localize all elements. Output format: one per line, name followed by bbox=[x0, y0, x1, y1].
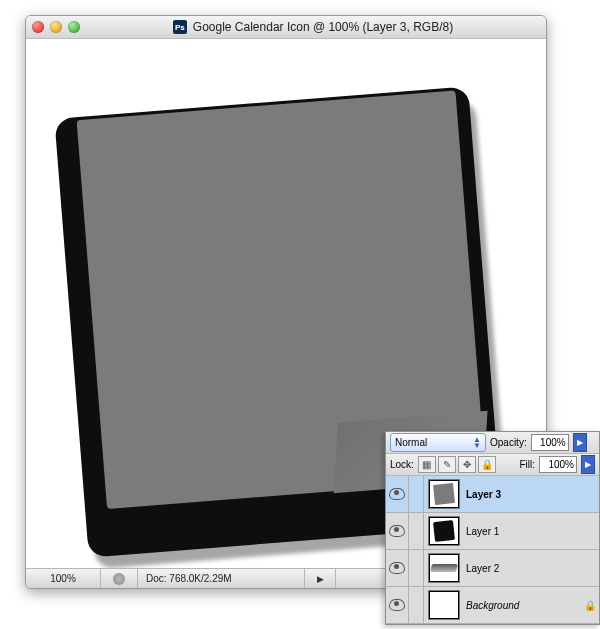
window-title: Google Calendar Icon @ 100% (Layer 3, RG… bbox=[193, 20, 453, 34]
opacity-field[interactable]: 100% bbox=[531, 434, 569, 451]
fill-label: Fill: bbox=[519, 459, 535, 470]
pixels-lock-icon[interactable]: ✎ bbox=[438, 456, 456, 473]
fill-slider-arrow[interactable]: ▶ bbox=[581, 455, 595, 474]
visibility-toggle[interactable] bbox=[386, 550, 409, 586]
layer-list: Layer 3 Layer 1 Layer 2 Background 🔒 bbox=[386, 476, 599, 624]
zoom-icon[interactable] bbox=[68, 21, 80, 33]
arrow-right-icon: ▶ bbox=[313, 572, 327, 586]
titlebar[interactable]: Ps Google Calendar Icon @ 100% (Layer 3,… bbox=[26, 16, 546, 39]
all-lock-icon[interactable]: 🔒 bbox=[478, 456, 496, 473]
minimize-icon[interactable] bbox=[50, 21, 62, 33]
layer-thumbnail[interactable] bbox=[428, 590, 460, 620]
blend-mode-select[interactable]: Normal ▲▼ bbox=[390, 433, 486, 452]
layer-name[interactable]: Layer 3 bbox=[464, 489, 581, 500]
opacity-label: Opacity: bbox=[490, 437, 527, 448]
globe-icon bbox=[113, 573, 125, 585]
eye-icon bbox=[389, 562, 405, 574]
link-col[interactable] bbox=[409, 550, 424, 586]
layer-name[interactable]: Background bbox=[464, 600, 581, 611]
layer-row[interactable]: Background 🔒 bbox=[386, 587, 599, 624]
visibility-toggle[interactable] bbox=[386, 476, 409, 512]
visibility-toggle[interactable] bbox=[386, 587, 409, 623]
layer-row[interactable]: Layer 1 bbox=[386, 513, 599, 550]
app-badge-icon: Ps bbox=[173, 20, 187, 34]
layers-panel: Normal ▲▼ Opacity: 100% ▶ Lock: ▦ ✎ ✥ 🔒 … bbox=[385, 431, 600, 625]
layer-thumbnail[interactable] bbox=[428, 479, 460, 509]
window-title-wrap: Ps Google Calendar Icon @ 100% (Layer 3,… bbox=[86, 20, 540, 34]
eye-icon bbox=[389, 525, 405, 537]
layer-thumbnail[interactable] bbox=[428, 553, 460, 583]
position-lock-icon[interactable]: ✥ bbox=[458, 456, 476, 473]
lock-row: Lock: ▦ ✎ ✥ 🔒 Fill: 100% ▶ bbox=[386, 454, 599, 476]
status-menu-arrow[interactable]: ▶ bbox=[305, 569, 336, 588]
doc-info[interactable]: Doc: 768.0K/2.29M bbox=[138, 569, 305, 588]
blend-row: Normal ▲▼ Opacity: 100% ▶ bbox=[386, 432, 599, 454]
layer-name[interactable]: Layer 1 bbox=[464, 526, 581, 537]
blend-mode-value: Normal bbox=[395, 437, 427, 448]
layer-name[interactable]: Layer 2 bbox=[464, 563, 581, 574]
visibility-toggle[interactable] bbox=[386, 513, 409, 549]
lock-label: Lock: bbox=[390, 459, 414, 470]
lock-icon: 🔒 bbox=[584, 600, 596, 611]
opacity-slider-arrow[interactable]: ▶ bbox=[573, 433, 587, 452]
link-col[interactable] bbox=[409, 476, 424, 512]
status-preview-icon[interactable] bbox=[101, 569, 138, 588]
link-col[interactable] bbox=[409, 513, 424, 549]
close-icon[interactable] bbox=[32, 21, 44, 33]
traffic-lights bbox=[32, 21, 80, 33]
layer-row[interactable]: Layer 3 bbox=[386, 476, 599, 513]
eye-icon bbox=[389, 599, 405, 611]
zoom-field[interactable]: 100% bbox=[26, 569, 101, 588]
fill-field[interactable]: 100% bbox=[539, 456, 577, 473]
lock-icons-group: ▦ ✎ ✥ 🔒 bbox=[418, 456, 496, 473]
eye-icon bbox=[389, 488, 405, 500]
layer-row[interactable]: Layer 2 bbox=[386, 550, 599, 587]
layer-thumbnail[interactable] bbox=[428, 516, 460, 546]
select-arrows-icon: ▲▼ bbox=[473, 437, 481, 449]
transparency-lock-icon[interactable]: ▦ bbox=[418, 456, 436, 473]
layer-lock-indicator: 🔒 bbox=[581, 600, 599, 611]
link-col[interactable] bbox=[409, 587, 424, 623]
